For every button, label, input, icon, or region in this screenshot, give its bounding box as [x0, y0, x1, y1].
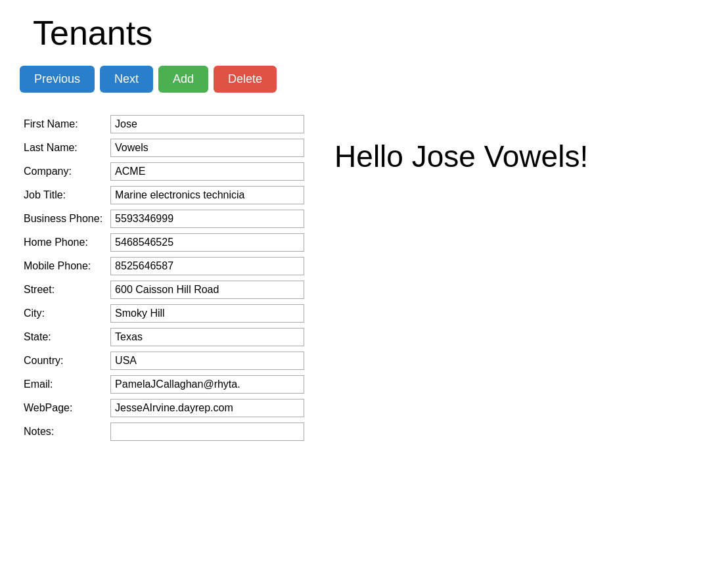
page-title: Tenants [33, 13, 708, 53]
greeting-text: Hello Jose Vowels! [334, 139, 588, 174]
state-label: State: [20, 325, 110, 349]
mobile-phone-input[interactable] [110, 257, 304, 275]
job-title-row: Job Title: [20, 183, 308, 207]
previous-button[interactable]: Previous [20, 66, 95, 93]
main-layout: First Name: Last Name: Company: Job Titl… [20, 112, 708, 444]
mobile-phone-label: Mobile Phone: [20, 254, 110, 278]
home-phone-row: Home Phone: [20, 231, 308, 254]
company-label: Company: [20, 160, 110, 183]
job-title-input[interactable] [110, 186, 304, 204]
mobile-phone-row: Mobile Phone: [20, 254, 308, 278]
toolbar: Previous Next Add Delete [20, 66, 708, 93]
webpage-row: WebPage: [20, 396, 308, 420]
country-input[interactable] [110, 352, 304, 370]
webpage-input[interactable] [110, 399, 304, 417]
home-phone-label: Home Phone: [20, 231, 110, 254]
form-table: First Name: Last Name: Company: Job Titl… [20, 112, 308, 444]
webpage-label: WebPage: [20, 396, 110, 420]
email-label: Email: [20, 373, 110, 396]
notes-row: Notes: [20, 420, 308, 444]
home-phone-input[interactable] [110, 233, 304, 252]
street-input[interactable] [110, 281, 304, 299]
business-phone-row: Business Phone: [20, 207, 308, 231]
state-input[interactable] [110, 328, 304, 346]
last-name-label: Last Name: [20, 136, 110, 160]
street-row: Street: [20, 278, 308, 302]
last-name-input[interactable] [110, 139, 304, 157]
country-label: Country: [20, 349, 110, 373]
company-input[interactable] [110, 162, 304, 181]
first-name-label: First Name: [20, 112, 110, 136]
company-row: Company: [20, 160, 308, 183]
business-phone-label: Business Phone: [20, 207, 110, 231]
add-button[interactable]: Add [158, 66, 208, 93]
email-row: Email: [20, 373, 308, 396]
state-row: State: [20, 325, 308, 349]
last-name-row: Last Name: [20, 136, 308, 160]
email-input[interactable] [110, 375, 304, 394]
delete-button[interactable]: Delete [214, 66, 277, 93]
city-input[interactable] [110, 304, 304, 323]
city-row: City: [20, 302, 308, 325]
city-label: City: [20, 302, 110, 325]
country-row: Country: [20, 349, 308, 373]
first-name-input[interactable] [110, 115, 304, 133]
form-section: First Name: Last Name: Company: Job Titl… [20, 112, 308, 444]
job-title-label: Job Title: [20, 183, 110, 207]
notes-input[interactable] [110, 423, 304, 441]
first-name-row: First Name: [20, 112, 308, 136]
street-label: Street: [20, 278, 110, 302]
business-phone-input[interactable] [110, 210, 304, 228]
notes-label: Notes: [20, 420, 110, 444]
next-button[interactable]: Next [100, 66, 153, 93]
